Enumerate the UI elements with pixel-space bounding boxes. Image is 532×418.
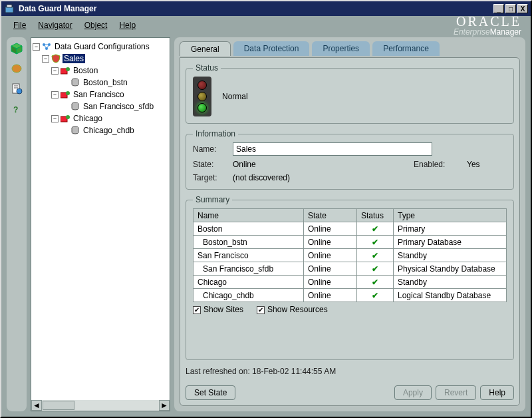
- info-enabled-value: Yes: [467, 160, 507, 169]
- menu-file[interactable]: File: [11, 19, 29, 31]
- tree-config[interactable]: − Sales: [33, 53, 168, 65]
- set-state-button[interactable]: Set State: [186, 385, 235, 400]
- cell-status: ✔: [357, 262, 394, 276]
- twisty-icon[interactable]: −: [51, 91, 59, 99]
- table-row[interactable]: Chicago_chdbOnline✔Logical Standby Datab…: [194, 289, 507, 302]
- tree-db-boston[interactable]: Boston_bstn: [33, 77, 168, 89]
- tree-panel: − Data Guard Configurations − Sales −: [31, 37, 170, 411]
- svg-point-18: [66, 91, 70, 95]
- client-area: File Navigator Object Help ORACLE Enterp…: [1, 16, 531, 417]
- check-icon: ✔: [361, 291, 389, 300]
- tab-data-protection[interactable]: Data Protection: [233, 41, 310, 56]
- show-sites-checkbox[interactable]: Show Sites: [193, 305, 243, 314]
- tree-db-chicago[interactable]: Chicago_chdb: [33, 124, 168, 136]
- main-panel: General Data Protection Properties Perfo…: [174, 37, 525, 411]
- tree-site-chicago[interactable]: − Chicago: [33, 112, 168, 124]
- svg-point-5: [12, 65, 21, 73]
- checkbox-icon: [193, 306, 201, 314]
- minimize-button[interactable]: _: [493, 4, 504, 13]
- maximize-button[interactable]: □: [505, 4, 516, 13]
- cell-state: Online: [304, 276, 357, 289]
- cell-type: Standby: [394, 276, 507, 289]
- cell-name: Chicago_chdb: [194, 289, 304, 302]
- app-icon: [4, 3, 15, 14]
- tree-label: Sales: [63, 54, 85, 63]
- menu-object[interactable]: Object: [82, 19, 110, 31]
- check-icon: ✔: [361, 224, 389, 234]
- cell-status: ✔: [357, 222, 394, 236]
- table-row[interactable]: BostonOnline✔Primary: [194, 222, 507, 236]
- oracle-logo: ORACLE EnterpriseManager: [454, 15, 521, 36]
- summary-table: Name State Status Type BostonOnline✔Prim…: [193, 208, 507, 302]
- revert-button[interactable]: Revert: [436, 385, 476, 400]
- twisty-icon[interactable]: −: [51, 67, 59, 75]
- svg-point-15: [66, 67, 70, 71]
- tree-root[interactable]: − Data Guard Configurations: [33, 41, 168, 53]
- scroll-thumb[interactable]: [43, 401, 74, 410]
- cell-status: ✔: [357, 289, 394, 302]
- cell-type: Physical Standby Database: [394, 262, 507, 276]
- tree-label: San Francisco_sfdb: [82, 102, 155, 111]
- scroll-right-icon[interactable]: ►: [159, 400, 170, 411]
- table-row[interactable]: San Francisco_sfdbOnline✔Physical Standb…: [194, 262, 507, 276]
- close-button[interactable]: X: [517, 4, 528, 13]
- cell-status: ✔: [357, 236, 394, 249]
- cell-name: Chicago: [194, 276, 304, 289]
- tab-properties[interactable]: Properties: [312, 41, 370, 56]
- status-legend: Status: [193, 63, 221, 73]
- database-icon: [70, 126, 80, 135]
- information-fieldset: Information Name: State: Online Enabled:…: [186, 129, 514, 190]
- shield-icon: [51, 54, 61, 63]
- twisty-icon[interactable]: −: [51, 115, 59, 122]
- database-icon: [70, 102, 80, 111]
- svg-point-9: [17, 89, 22, 94]
- col-state[interactable]: State: [304, 209, 357, 222]
- info-target-value: (not discovered): [233, 173, 507, 182]
- database-icon: [70, 78, 80, 87]
- apply-button[interactable]: Apply: [394, 385, 432, 400]
- site-icon: [60, 66, 70, 75]
- twisty-icon[interactable]: −: [33, 43, 40, 51]
- tree-label: San Francisco: [72, 90, 126, 99]
- menubar: File Navigator Object Help ORACLE Enterp…: [1, 16, 531, 35]
- cell-state: Online: [304, 249, 357, 262]
- app-window: Data Guard Manager _ □ X File Navigator …: [0, 0, 532, 418]
- tree-scroll[interactable]: − Data Guard Configurations − Sales −: [31, 38, 170, 400]
- table-row[interactable]: Boston_bstnOnline✔Primary Database: [194, 236, 507, 249]
- menu-help[interactable]: Help: [116, 19, 138, 31]
- info-target-label: Target:: [193, 173, 233, 182]
- toolbar-help-icon[interactable]: ?: [9, 101, 24, 116]
- tree-site-sf[interactable]: − San Francisco: [33, 89, 168, 101]
- table-row[interactable]: ChicagoOnline✔Standby: [194, 276, 507, 289]
- cell-name: San Francisco: [194, 249, 304, 262]
- info-name-input[interactable]: [233, 142, 432, 156]
- col-name[interactable]: Name: [194, 209, 304, 222]
- col-status[interactable]: Status: [357, 209, 394, 222]
- tab-general[interactable]: General: [180, 41, 231, 56]
- cell-state: Online: [304, 289, 357, 302]
- tree-label: Data Guard Configurations: [53, 42, 151, 51]
- svg-point-21: [66, 115, 70, 119]
- help-button[interactable]: Help: [480, 385, 514, 400]
- tree-hscrollbar[interactable]: ◄ ►: [31, 400, 170, 411]
- menu-navigator[interactable]: Navigator: [35, 19, 74, 31]
- check-icon: ✔: [361, 238, 389, 247]
- check-icon: ✔: [361, 251, 389, 260]
- tree-db-sf[interactable]: San Francisco_sfdb: [33, 101, 168, 112]
- checkbox-icon: [257, 306, 265, 314]
- scroll-left-icon[interactable]: ◄: [31, 400, 42, 411]
- twisty-icon[interactable]: −: [42, 55, 49, 63]
- summary-legend: Summary: [193, 195, 232, 204]
- show-resources-checkbox[interactable]: Show Resources: [257, 305, 328, 314]
- last-refreshed: Last refreshed on: 18-Feb-02 11:44:55 AM: [186, 365, 514, 377]
- tab-performance[interactable]: Performance: [372, 41, 440, 56]
- table-row[interactable]: San FranciscoOnline✔Standby: [194, 249, 507, 262]
- cell-name: Boston_bstn: [194, 236, 304, 249]
- check-icon: ✔: [361, 264, 389, 274]
- toolbar-blob-icon[interactable]: [9, 61, 24, 76]
- tree-site-boston[interactable]: − Boston: [33, 65, 168, 77]
- cell-type: Standby: [394, 249, 507, 262]
- toolbar-cube-icon[interactable]: [9, 41, 24, 56]
- toolbar-report-icon[interactable]: [9, 81, 24, 96]
- col-type[interactable]: Type: [394, 209, 507, 222]
